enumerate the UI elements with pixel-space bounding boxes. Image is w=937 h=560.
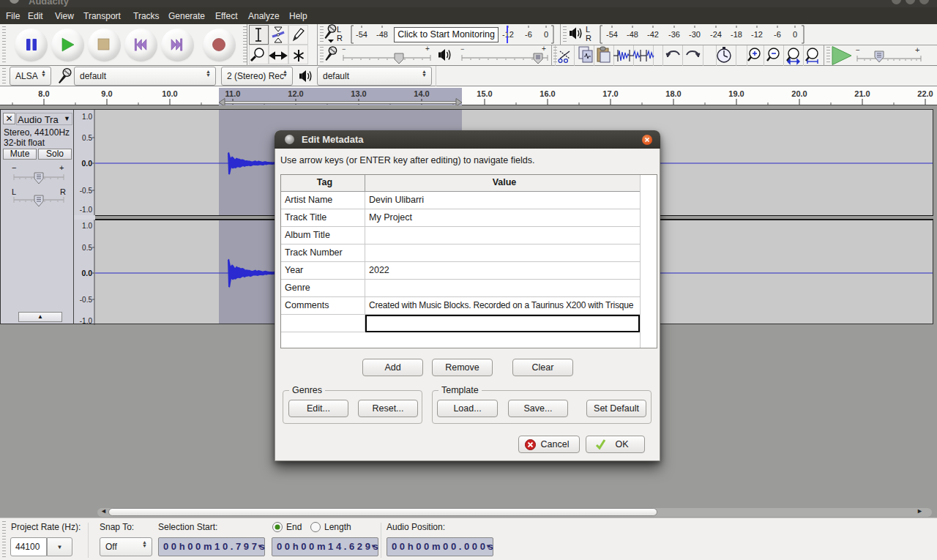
svg-text:-48: -48 <box>627 30 638 39</box>
svg-text:+: + <box>915 45 919 54</box>
svg-text:-6: -6 <box>774 30 781 39</box>
svg-text:0.0: 0.0 <box>81 159 92 168</box>
svg-text:19.0: 19.0 <box>728 89 744 98</box>
svg-text:0: 0 <box>544 30 548 39</box>
svg-text:0.5: 0.5 <box>82 134 92 142</box>
svg-text:8.0: 8.0 <box>38 89 49 98</box>
svg-text:-24: -24 <box>710 30 722 39</box>
svg-text:−: − <box>460 45 464 53</box>
svg-text:21.0: 21.0 <box>854 89 870 98</box>
svg-text:-36: -36 <box>668 30 680 39</box>
svg-text:16.0: 16.0 <box>540 89 555 98</box>
svg-text:-1.0: -1.0 <box>80 317 93 325</box>
svg-text:14.0: 14.0 <box>414 89 429 98</box>
svg-text:15.0: 15.0 <box>477 89 492 98</box>
svg-text:-0.5: -0.5 <box>80 187 93 195</box>
svg-text:-6: -6 <box>525 30 532 39</box>
svg-text:+: + <box>425 45 430 53</box>
svg-text:-1.0: -1.0 <box>80 206 93 214</box>
svg-text:R: R <box>337 34 343 42</box>
svg-text:17.0: 17.0 <box>602 89 618 98</box>
svg-text:0: 0 <box>793 30 797 39</box>
svg-text:-18: -18 <box>731 30 742 39</box>
svg-text:22.0: 22.0 <box>917 89 933 98</box>
svg-text:9.0: 9.0 <box>101 89 112 98</box>
svg-text:1.0: 1.0 <box>82 113 92 121</box>
svg-text:18.0: 18.0 <box>665 89 681 98</box>
svg-text:−: − <box>342 45 346 53</box>
svg-text:−: − <box>856 46 860 54</box>
svg-text:10.0: 10.0 <box>162 89 177 98</box>
svg-text:+: + <box>542 45 546 53</box>
svg-text:-54: -54 <box>356 30 367 39</box>
svg-text:L: L <box>586 25 590 34</box>
svg-text:1.0: 1.0 <box>82 222 92 230</box>
svg-text:-12: -12 <box>751 30 763 39</box>
svg-text:-42: -42 <box>647 30 659 39</box>
svg-text:-48: -48 <box>376 30 388 39</box>
svg-text:-30: -30 <box>689 30 701 39</box>
svg-text:-0.5: -0.5 <box>80 296 93 304</box>
svg-text:0.0: 0.0 <box>81 269 92 277</box>
svg-text:11.0: 11.0 <box>225 89 241 98</box>
svg-text:0.5: 0.5 <box>82 244 92 252</box>
svg-text:20.0: 20.0 <box>791 89 807 98</box>
svg-text:-54: -54 <box>606 30 618 39</box>
svg-text:R: R <box>586 34 591 42</box>
svg-text:13.0: 13.0 <box>351 89 366 98</box>
svg-text:L: L <box>337 25 341 34</box>
svg-text:12.0: 12.0 <box>288 89 303 98</box>
